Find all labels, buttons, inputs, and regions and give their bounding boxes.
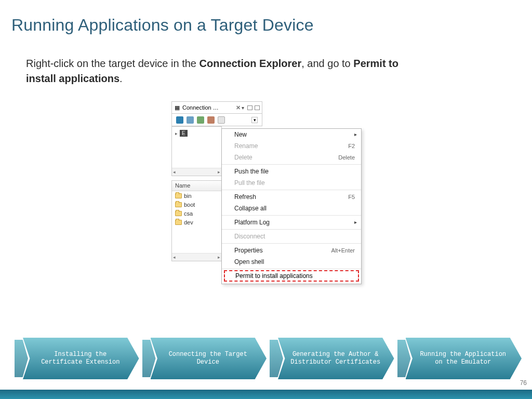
scroll-left-icon[interactable]: ◂ (172, 255, 177, 260)
menu-push-file[interactable]: Push the file (222, 166, 361, 177)
menu-label: Collapse all (234, 205, 267, 211)
menu-platform-log[interactable]: Platform Log▸ (222, 217, 361, 228)
menu-rename: RenameF2 (222, 140, 361, 152)
menu-label: Properties (234, 247, 263, 254)
folder-label: bin (184, 193, 192, 199)
explorer-toolbar: ▾ (171, 114, 262, 126)
connection-explorer-tab[interactable]: ▦ Connection … ✕ ▾ (171, 101, 262, 114)
menu-collapse-all[interactable]: Collapse all (222, 203, 361, 214)
folder-icon (175, 220, 182, 225)
view-icon: ▦ (174, 105, 180, 111)
scrollbar-horizontal[interactable]: ◂▸ (172, 253, 221, 261)
device-tree-panel: ▸ E ◂▸ (171, 126, 222, 176)
context-menu: New▸ RenameF2 DeleteDelete Push the file… (221, 128, 362, 284)
folder-row[interactable]: boot (172, 200, 221, 209)
step-label: Generating the Author & Distributor Cert… (278, 338, 394, 379)
folder-label: csa (184, 210, 193, 217)
toolbar-icon-3[interactable] (197, 116, 204, 124)
toolbar-icon-1[interactable] (176, 116, 183, 124)
tree-expand-icon[interactable]: ▸ (175, 131, 178, 136)
toolbar-icon-4[interactable] (207, 116, 215, 124)
menu-pull-file: Pull the file (222, 177, 361, 189)
step-3: Generating the Author & Distributor Cert… (270, 338, 394, 379)
step-1: Installing the Certificate Extension (15, 338, 139, 379)
menu-label: New (234, 131, 247, 138)
menu-disconnect: Disconnect (222, 231, 361, 242)
step-label: Running the Application on the Emulator (406, 338, 522, 379)
folder-icon (175, 202, 182, 207)
menu-label: Platform Log (234, 219, 270, 225)
tab-label: Connection … (182, 104, 234, 111)
window-restore-icon[interactable] (247, 105, 252, 110)
file-list-panel: Name bin boot csa dev ◂▸ (171, 180, 222, 261)
menu-label: Refresh (234, 194, 256, 200)
menu-separator (222, 229, 361, 230)
menu-label: Delete (234, 154, 252, 161)
submenu-arrow-icon: ▸ (354, 132, 357, 137)
menu-label: Rename (234, 143, 258, 149)
menu-refresh[interactable]: RefreshF5 (222, 191, 361, 203)
scroll-right-icon[interactable]: ▸ (217, 169, 221, 175)
footer-bar (0, 390, 532, 399)
menu-label: Permit to install applications (235, 273, 313, 279)
minimize-icon[interactable]: ▾ (242, 105, 244, 111)
menu-label: Push the file (234, 168, 269, 175)
folder-row[interactable]: bin (172, 191, 221, 200)
scroll-right-icon[interactable]: ▸ (217, 255, 221, 260)
body-mid: , and go to (301, 58, 353, 69)
menu-shortcut: Delete (338, 155, 355, 161)
menu-separator (222, 215, 361, 216)
menu-label: Disconnect (234, 233, 265, 240)
slide-title: Running Applications on a Target Device (11, 16, 314, 35)
menu-label: Pull the file (234, 180, 265, 186)
menu-permit-install[interactable]: Permit to install applications (224, 270, 359, 282)
step-4: Running the Application on the Emulator (397, 338, 522, 379)
folder-label: boot (184, 202, 195, 208)
menu-shortcut: Alt+Enter (331, 248, 355, 254)
scroll-left-icon[interactable]: ◂ (172, 169, 177, 175)
menu-separator (222, 243, 361, 244)
step-label: Connecting the Target Device (151, 338, 267, 379)
folder-icon (175, 211, 182, 216)
menu-shortcut: F2 (348, 143, 355, 149)
device-chip: E (180, 130, 188, 137)
window-maximize-icon[interactable] (255, 105, 260, 110)
folder-label: dev (184, 219, 193, 225)
toolbar-icon-2[interactable] (187, 116, 194, 124)
toolbar-icon-5[interactable] (218, 116, 225, 124)
screenshot-region: ▦ Connection … ✕ ▾ ▾ ▸ E ◂▸ Name b (171, 101, 364, 299)
body-pre: Right-click on the target device in the (26, 58, 200, 69)
column-header-name[interactable]: Name (172, 181, 221, 191)
menu-delete: DeleteDelete (222, 152, 361, 163)
close-icon[interactable]: ✕ (236, 104, 241, 111)
folder-icon (175, 193, 182, 198)
folder-row[interactable]: csa (172, 209, 221, 218)
menu-open-shell[interactable]: Open shell (222, 256, 361, 268)
folder-row[interactable]: dev (172, 218, 221, 227)
page-number: 76 (520, 379, 527, 387)
menu-properties[interactable]: PropertiesAlt+Enter (222, 245, 361, 256)
submenu-arrow-icon: ▸ (354, 220, 357, 225)
menu-label: Open shell (234, 259, 264, 265)
body-post: . (119, 73, 123, 84)
step-label: Installing the Certificate Extension (23, 338, 139, 379)
menu-separator (222, 164, 361, 165)
scrollbar-horizontal[interactable]: ◂▸ (172, 168, 221, 176)
step-2: Connecting the Target Device (142, 338, 267, 379)
body-bold-1: Connection Explorer (200, 58, 302, 69)
process-steps: Installing the Certificate Extension Con… (15, 338, 522, 379)
toolbar-dropdown-icon[interactable]: ▾ (251, 117, 258, 123)
device-row[interactable]: ▸ E (175, 130, 188, 137)
menu-shortcut: F5 (348, 194, 355, 200)
menu-new[interactable]: New▸ (222, 129, 361, 140)
menu-separator (222, 190, 361, 190)
menu-separator (222, 269, 361, 269)
instruction-text: Right-click on the target device in the … (26, 56, 400, 86)
